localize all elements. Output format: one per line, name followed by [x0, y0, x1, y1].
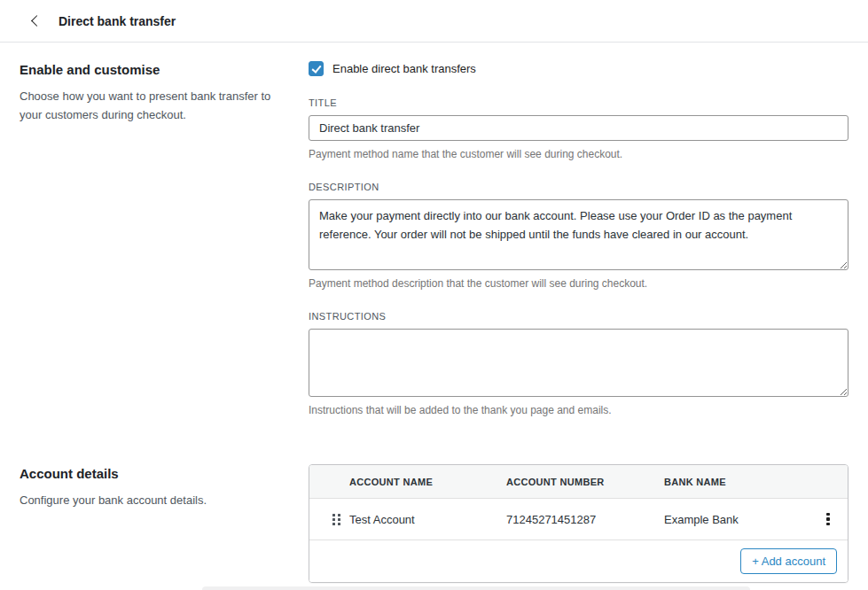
column-header-account-name: ACCOUNT NAME [349, 477, 506, 487]
chevron-left-icon [31, 15, 43, 27]
description-help-text: Payment method description that the cust… [309, 277, 848, 290]
section-enable-fields: Enable direct bank transfers TITLE Payme… [309, 60, 848, 416]
accounts-table: ACCOUNT NAME ACCOUNT NUMBER BANK NAME Te… [309, 464, 848, 583]
settings-content: Enable and customise Choose how you want… [0, 43, 868, 583]
back-button[interactable] [27, 12, 44, 30]
page-title: Direct bank transfer [59, 14, 176, 28]
row-actions-cell [809, 509, 848, 530]
accounts-table-footer: + Add account [309, 540, 848, 582]
section-accounts-table-wrap: ACCOUNT NAME ACCOUNT NUMBER BANK NAME Te… [309, 464, 848, 583]
enable-checkbox-row: Enable direct bank transfers [309, 61, 848, 76]
description-field-label: DESCRIPTION [309, 182, 848, 192]
instructions-field-group: INSTRUCTIONS Instructions that will be a… [309, 311, 848, 416]
column-header-account-number: ACCOUNT NUMBER [506, 477, 664, 487]
enable-checkbox[interactable] [309, 61, 324, 76]
title-input[interactable] [309, 115, 848, 141]
enable-checkbox-label[interactable]: Enable direct bank transfers [332, 62, 476, 75]
section-heading: Account details [20, 464, 294, 481]
title-field-group: TITLE Payment method name that the custo… [309, 97, 848, 160]
accounts-table-header: ACCOUNT NAME ACCOUNT NUMBER BANK NAME [309, 465, 848, 499]
instructions-field-label: INSTRUCTIONS [309, 311, 848, 322]
cell-account-name: Test Account [349, 513, 506, 526]
row-actions-menu-icon[interactable] [819, 509, 837, 530]
drag-handle-icon[interactable] [332, 514, 340, 525]
cell-bank-name: Example Bank [664, 513, 809, 526]
title-help-text: Payment method name that the customer wi… [309, 148, 848, 160]
drag-cell [309, 514, 349, 525]
page-header: Direct bank transfer [0, 0, 868, 43]
section-description: Choose how you want to present bank tran… [20, 88, 294, 125]
title-field-label: TITLE [309, 97, 848, 108]
instructions-textarea[interactable] [309, 329, 848, 397]
account-row: Test Account 71245271451287 Example Bank [309, 499, 848, 540]
section-account-details: Account details Configure your bank acco… [20, 464, 848, 583]
column-header-bank-name: BANK NAME [664, 477, 809, 487]
cell-account-number: 71245271451287 [506, 513, 664, 526]
description-field-group: DESCRIPTION Make your payment directly i… [309, 182, 848, 290]
section-enable-and-customise: Enable and customise Choose how you want… [20, 60, 848, 416]
section-accounts-intro: Account details Configure your bank acco… [20, 464, 309, 583]
add-account-button[interactable]: + Add account [740, 548, 837, 574]
section-enable-intro: Enable and customise Choose how you want… [20, 60, 309, 416]
section-description: Configure your bank account details. [20, 492, 294, 510]
description-textarea[interactable]: Make your payment directly into our bank… [309, 199, 848, 270]
section-heading: Enable and customise [20, 60, 294, 77]
next-section-divider [202, 586, 750, 590]
instructions-help-text: Instructions that will be added to the t… [309, 404, 848, 416]
